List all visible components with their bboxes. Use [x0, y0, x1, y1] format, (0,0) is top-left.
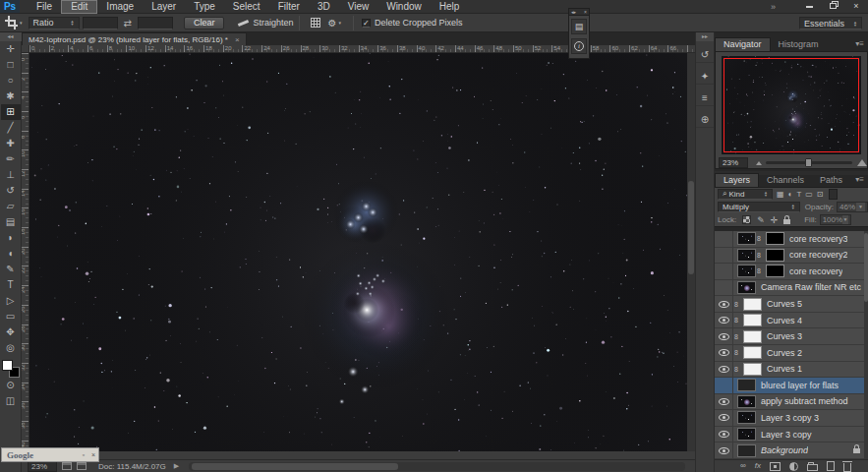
- layer-row[interactable]: 8core recovery2: [715, 248, 868, 265]
- ratio-select[interactable]: Ratio ▲▼: [29, 17, 80, 30]
- foreground-color-swatch[interactable]: [2, 360, 13, 371]
- navigator-preview-canvas[interactable]: [722, 56, 861, 154]
- zoom-in-icon[interactable]: [857, 159, 867, 166]
- widget-minimize-icon[interactable]: ▫: [79, 451, 88, 458]
- menu-file[interactable]: File: [28, 0, 61, 14]
- new-layer-icon[interactable]: [827, 461, 835, 471]
- lasso-tool[interactable]: ○: [1, 73, 21, 88]
- eye-toggle[interactable]: [715, 427, 733, 442]
- panel-brush-icon[interactable]: ✦: [696, 68, 714, 85]
- shape-tool[interactable]: ▭: [1, 309, 21, 324]
- tab-layers[interactable]: Layers: [715, 173, 759, 187]
- hand-tool[interactable]: ✥: [1, 324, 21, 340]
- tab-paths[interactable]: Paths: [812, 173, 850, 187]
- workspace-select[interactable]: Essentials ▲▼: [799, 17, 862, 30]
- eye-toggle[interactable]: [715, 378, 733, 393]
- dodge-tool[interactable]: ◖: [1, 246, 21, 262]
- eye-toggle[interactable]: [715, 280, 733, 296]
- layer-row[interactable]: apply subtract method: [715, 394, 868, 411]
- straighten-label[interactable]: Straighten: [253, 18, 293, 28]
- eye-toggle[interactable]: [715, 296, 733, 312]
- status-popup-arrow-icon[interactable]: ▶: [174, 462, 179, 470]
- eye-toggle[interactable]: [715, 313, 733, 328]
- toolbar-collapse-icon[interactable]: ◂◂: [0, 32, 22, 41]
- layer-row[interactable]: 8Curves 1: [715, 362, 868, 379]
- history-brush-tool[interactable]: ↺: [1, 183, 21, 199]
- info-icon[interactable]: i: [571, 38, 587, 54]
- google-toolbar-widget[interactable]: Google ▫ ×: [1, 447, 99, 462]
- horizontal-scrollbar[interactable]: [189, 462, 685, 471]
- crop-height-input[interactable]: [138, 17, 173, 30]
- menu-help[interactable]: Help: [431, 0, 469, 14]
- zoom-level-field[interactable]: 23%: [28, 461, 57, 472]
- pen-tool[interactable]: ✎: [1, 262, 21, 277]
- crop-tool-icon[interactable]: [7, 18, 17, 28]
- filter-adjustment-icon[interactable]: ◐: [788, 189, 793, 200]
- layer-row[interactable]: 8Curves 2: [715, 345, 868, 362]
- eye-toggle[interactable]: [715, 394, 733, 410]
- menu-image[interactable]: Image: [97, 0, 143, 14]
- layer-row[interactable]: Layer 3 copy 3: [715, 410, 868, 427]
- dock-expand-icon[interactable]: ▸▸: [696, 32, 714, 41]
- status-icon[interactable]: [77, 462, 87, 470]
- minimize-button[interactable]: [797, 0, 821, 13]
- clear-button[interactable]: Clear: [184, 17, 225, 30]
- panel-close-icon[interactable]: ×: [584, 9, 587, 15]
- panel-clone-source-icon[interactable]: ⊕: [696, 111, 714, 128]
- straighten-icon[interactable]: [238, 20, 249, 27]
- path-selection-tool[interactable]: ▷: [1, 293, 21, 309]
- screen-mode-button[interactable]: ◫: [1, 393, 21, 409]
- document-tab[interactable]: M42-Ioptron.psd @ 23% (blured layer for …: [22, 32, 247, 45]
- eye-toggle[interactable]: [715, 328, 733, 344]
- lock-move-icon[interactable]: ✛: [771, 215, 779, 225]
- spot-healing-tool[interactable]: ✚: [1, 136, 21, 151]
- widget-close-icon[interactable]: ×: [88, 451, 98, 458]
- delete-layer-icon[interactable]: [843, 463, 851, 472]
- panel-menu-icon[interactable]: ▾≡: [855, 37, 864, 51]
- gear-arrow-icon[interactable]: ▾: [338, 20, 341, 26]
- blend-mode-select[interactable]: Multiply ▲▼: [718, 202, 800, 212]
- opacity-field[interactable]: 46% ▼: [837, 202, 868, 212]
- new-group-icon[interactable]: [807, 464, 818, 471]
- eye-toggle[interactable]: [715, 231, 733, 247]
- slider-thumb[interactable]: [805, 158, 812, 167]
- tool-preset-arrow-icon[interactable]: ▾: [20, 20, 23, 26]
- horizontal-scrollbar-thumb[interactable]: [192, 463, 398, 470]
- delete-cropped-checkbox[interactable]: ✓: [362, 19, 371, 28]
- menu-filter[interactable]: Filter: [269, 0, 309, 14]
- restore-button[interactable]: [821, 0, 844, 13]
- menu-select[interactable]: Select: [224, 0, 269, 14]
- eyedropper-tool[interactable]: ╱: [1, 120, 21, 136]
- new-adjustment-layer-icon[interactable]: [789, 462, 798, 471]
- eye-toggle[interactable]: [715, 442, 733, 458]
- layer-row[interactable]: Layer 3 copy: [715, 427, 868, 443]
- layer-styles-icon[interactable]: fx: [755, 461, 761, 471]
- clone-source-icon[interactable]: ▤: [571, 19, 587, 34]
- gradient-tool[interactable]: ▤: [1, 214, 21, 230]
- blur-tool[interactable]: ◗: [1, 230, 21, 246]
- move-tool[interactable]: ✛: [1, 41, 21, 57]
- panel-history-icon[interactable]: ↺: [696, 46, 714, 63]
- overlay-options-icon[interactable]: [311, 18, 320, 28]
- quick-mask-button[interactable]: ⊙: [1, 378, 21, 393]
- vertical-scrollbar[interactable]: [687, 53, 695, 451]
- layer-row[interactable]: Background: [715, 442, 868, 459]
- close-button[interactable]: ×: [844, 0, 868, 13]
- delete-cropped-label[interactable]: Delete Cropped Pixels: [375, 18, 463, 28]
- crop-width-input[interactable]: [83, 17, 118, 30]
- link-layers-icon[interactable]: ∞: [740, 461, 746, 471]
- layer-row[interactable]: 8core recovery: [715, 264, 868, 280]
- filter-smart-object-icon[interactable]: ⊡: [817, 189, 824, 200]
- tab-channels[interactable]: Channels: [759, 173, 812, 187]
- lock-all-icon[interactable]: [783, 219, 790, 224]
- status-icon[interactable]: [62, 462, 72, 470]
- tab-histogram[interactable]: Histogram: [771, 37, 827, 51]
- filter-pixel-icon[interactable]: ▦: [777, 189, 784, 200]
- eraser-tool[interactable]: ▱: [1, 199, 21, 214]
- layer-row[interactable]: 8Curves 4: [715, 313, 868, 329]
- eye-toggle[interactable]: [715, 248, 733, 264]
- eye-toggle[interactable]: [715, 410, 733, 426]
- filter-type-icon[interactable]: T: [796, 189, 801, 200]
- panel-menu-icon[interactable]: ▾≡: [855, 173, 864, 187]
- filter-shape-icon[interactable]: ▭: [805, 189, 813, 200]
